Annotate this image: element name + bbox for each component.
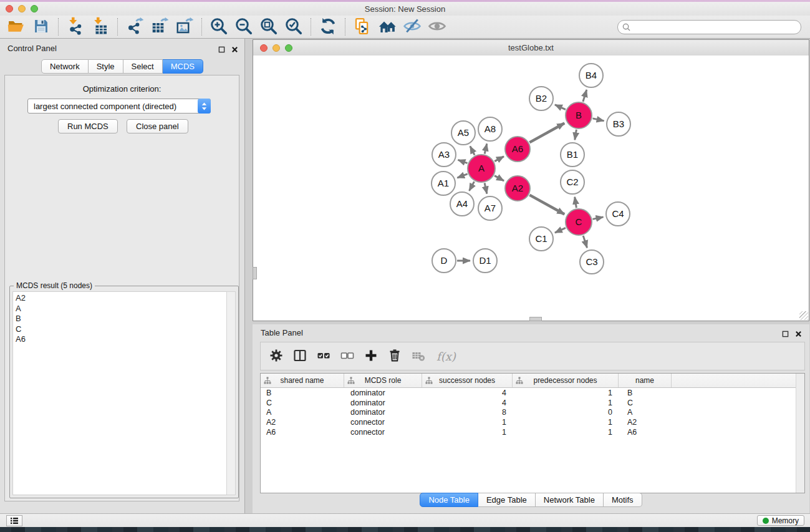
column-layout-icon	[292, 348, 307, 365]
hide-selected-button[interactable]	[400, 16, 425, 37]
toolbar-separator	[311, 18, 311, 36]
node-A8[interactable]: A8	[478, 117, 502, 141]
node-A3[interactable]: A3	[432, 143, 456, 167]
tab-edge-table[interactable]: Edge Table	[478, 493, 536, 507]
table-body: Bdominator41BCdominator41CAdominator80AA…	[261, 388, 804, 437]
delete-table-button[interactable]	[408, 345, 429, 367]
tab-style[interactable]: Style	[89, 59, 123, 74]
svg-text:A7: A7	[485, 203, 496, 213]
splitter-nub-horizontal[interactable]	[529, 317, 542, 321]
optimization-criterion-label: Optimization criterion:	[5, 84, 239, 94]
import-table-button[interactable]	[88, 16, 113, 37]
edge-C-C4	[593, 217, 604, 220]
splitter-nub-vertical[interactable]	[253, 267, 257, 279]
node-B[interactable]: B	[566, 102, 592, 128]
column-header-name[interactable]: name	[619, 374, 672, 387]
table-row[interactable]: Cdominator41C	[261, 398, 804, 408]
run-mcds-button[interactable]: Run MCDS	[58, 119, 118, 133]
cell-MCDS-role: dominator	[344, 408, 422, 417]
close-panel-icon[interactable]	[231, 44, 238, 56]
zoom-fit-button[interactable]	[256, 16, 281, 37]
main-toolbar	[0, 16, 810, 39]
attribute-settings-button[interactable]	[266, 345, 287, 367]
export-table-button[interactable]	[147, 16, 172, 37]
search-input[interactable]	[633, 21, 798, 33]
node-D1[interactable]: D1	[473, 249, 497, 273]
tab-network[interactable]: Network	[41, 59, 89, 74]
import-network-button[interactable]	[63, 16, 88, 37]
svg-text:A1: A1	[438, 178, 449, 188]
node-D[interactable]: D	[432, 249, 456, 273]
node-C2[interactable]: C2	[561, 170, 584, 194]
export-network-button[interactable]	[122, 16, 147, 37]
node-C3[interactable]: C3	[580, 250, 604, 274]
column-header-MCDS-role[interactable]: MCDS role	[344, 374, 422, 387]
column-header-shared-name[interactable]: shared name	[261, 374, 344, 387]
table-scrollbar[interactable]	[796, 374, 804, 493]
first-neighbors-button[interactable]	[375, 16, 400, 37]
tab-network-table[interactable]: Network Table	[536, 493, 604, 507]
node-C[interactable]: C	[566, 209, 592, 235]
node-A5[interactable]: A5	[451, 121, 475, 145]
mcds-result-item[interactable]: A	[16, 304, 226, 314]
apply-preferred-layout-button[interactable]	[316, 16, 340, 37]
table-row[interactable]: Adominator80A	[261, 408, 804, 418]
tab-mcds[interactable]: MCDS	[163, 59, 203, 74]
delete-column-icon	[387, 348, 402, 365]
select-all-rows-button[interactable]	[313, 345, 334, 367]
node-B2[interactable]: B2	[529, 87, 553, 110]
open-session-button[interactable]	[4, 16, 29, 37]
float-panel-icon[interactable]	[782, 329, 789, 340]
node-A2[interactable]: A2	[505, 176, 530, 201]
column-layout-button[interactable]	[289, 345, 311, 367]
node-C1[interactable]: C1	[529, 227, 553, 251]
node-A6[interactable]: A6	[505, 137, 530, 162]
deselect-all-rows-button[interactable]	[337, 345, 358, 367]
float-panel-icon[interactable]	[218, 44, 225, 56]
optimization-criterion-select[interactable]: largest connected component (directed)	[27, 99, 211, 114]
table-row[interactable]: A6connector11A6	[261, 427, 804, 437]
clone-network-button[interactable]	[350, 16, 375, 37]
function-builder-icon[interactable]: f(x)	[436, 350, 456, 363]
cell-predecessor-nodes: 0	[513, 408, 619, 417]
network-canvas[interactable]: AA1A2A3A4A5A6A7A8BB1B2B3B4CC1C2C3C4DD1	[253, 56, 809, 321]
node-B4[interactable]: B4	[579, 64, 603, 87]
svg-text:D: D	[441, 255, 448, 266]
zoom-selected-button[interactable]	[281, 16, 306, 37]
save-session-button[interactable]	[29, 16, 54, 37]
zoom-out-button[interactable]	[231, 16, 256, 37]
svg-text:A: A	[478, 163, 485, 173]
show-all-button[interactable]	[425, 16, 450, 37]
mcds-result-item[interactable]: A2	[16, 293, 226, 304]
tab-select[interactable]: Select	[123, 59, 163, 74]
mcds-result-item[interactable]: B	[16, 314, 226, 324]
node-A[interactable]: A	[468, 155, 495, 182]
node-A4[interactable]: A4	[450, 192, 474, 216]
table-row[interactable]: A2connector11A2	[261, 417, 804, 427]
result-scrollbar[interactable]	[226, 291, 236, 495]
node-A7[interactable]: A7	[478, 196, 502, 220]
edge-A-A6	[494, 157, 504, 162]
task-history-button[interactable]	[6, 515, 22, 526]
memory-button[interactable]: Memory	[757, 515, 804, 526]
node-A1[interactable]: A1	[432, 172, 455, 195]
export-image-button[interactable]	[172, 16, 197, 37]
close-panel-icon[interactable]	[795, 329, 802, 340]
mcds-result-item[interactable]: C	[16, 324, 226, 335]
memory-status-icon	[763, 518, 769, 524]
node-B1[interactable]: B1	[561, 143, 584, 167]
resize-grip[interactable]	[799, 311, 808, 320]
mcds-result-item[interactable]: A6	[16, 334, 226, 345]
column-header-predecessor-nodes[interactable]: predecessor nodes	[513, 374, 619, 387]
table-row[interactable]: Bdominator41B	[261, 388, 804, 398]
column-header-successor-nodes[interactable]: successor nodes	[422, 374, 513, 387]
zoom-in-button[interactable]	[206, 16, 231, 37]
node-B3[interactable]: B3	[607, 112, 630, 136]
tab-node-table[interactable]: Node Table	[420, 493, 478, 507]
cell-successor-nodes: 1	[422, 418, 513, 427]
tab-motifs[interactable]: Motifs	[604, 493, 642, 507]
add-column-button[interactable]	[360, 345, 382, 367]
delete-column-button[interactable]	[384, 345, 405, 367]
node-C4[interactable]: C4	[606, 202, 630, 226]
close-panel-button[interactable]: Close panel	[127, 119, 188, 133]
